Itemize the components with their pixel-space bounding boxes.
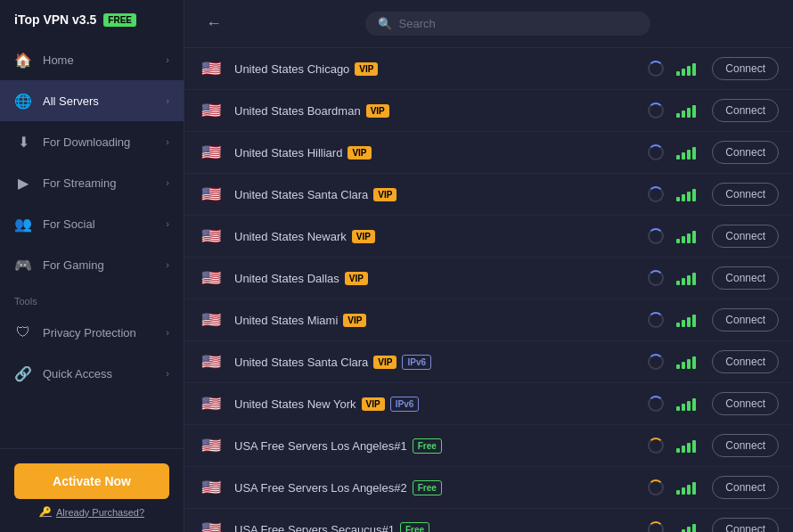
server-name: United States BoardmanVIP: [234, 104, 635, 118]
free-badge: FREE: [103, 13, 136, 27]
sidebar-item-for-gaming[interactable]: 🎮 For Gaming ›: [0, 244, 184, 285]
loading-spinner: [646, 143, 666, 162]
sidebar-item-home[interactable]: 🏠 Home ›: [0, 39, 184, 80]
server-row: 🇺🇸 United States New YorkVIPIPv6 Connect: [184, 383, 793, 425]
country-flag: 🇺🇸: [199, 437, 224, 454]
chevron-icon-for-gaming: ›: [166, 259, 169, 270]
loading-spinner: [646, 226, 666, 246]
activate-now-button[interactable]: Activate Now: [14, 463, 169, 499]
connect-button[interactable]: Connect: [712, 225, 779, 248]
country-flag: 🇺🇸: [199, 520, 224, 532]
server-list: 🇺🇸 United States ChicagoVIP Connect 🇺🇸 U…: [184, 48, 793, 532]
server-row: 🇺🇸 United States BoardmanVIP Connect: [184, 90, 793, 132]
server-row: 🇺🇸 USA Free Servers Los Angeles#2Free Co…: [184, 467, 793, 509]
server-row: 🇺🇸 United States Santa ClaraVIP Connect: [184, 174, 793, 216]
signal-bars: [676, 480, 701, 495]
for-gaming-icon: 🎮: [14, 256, 32, 274]
signal-bars: [676, 61, 701, 76]
country-flag: 🇺🇸: [199, 102, 224, 119]
connect-button[interactable]: Connect: [712, 476, 779, 499]
back-button[interactable]: ←: [199, 11, 229, 37]
connect-button[interactable]: Connect: [712, 392, 779, 415]
sidebar-label-for-gaming: For Gaming: [43, 258, 155, 272]
vip-tag: VIP: [352, 230, 375, 243]
chevron-icon-home: ›: [166, 54, 169, 65]
loading-spinner: [646, 436, 666, 455]
purchased-link-text: Already Purchased?: [56, 507, 144, 518]
loading-spinner: [646, 352, 666, 372]
signal-bars: [676, 145, 701, 160]
country-flag: 🇺🇸: [199, 185, 224, 203]
sidebar-item-all-servers[interactable]: 🌐 All Servers ›: [0, 80, 184, 121]
free-tag: Free: [400, 522, 429, 533]
app-title: iTop VPN v3.5: [14, 12, 96, 27]
sidebar-item-quick-access[interactable]: 🔗 Quick Access ›: [0, 353, 184, 394]
sidebar-bottom: Activate Now 🔑 Already Purchased?: [0, 448, 184, 532]
server-row: 🇺🇸 USA Free Servers Secaucus#1Free Conne…: [184, 509, 793, 532]
vip-tag: VIP: [347, 146, 371, 160]
purchased-link[interactable]: 🔑 Already Purchased?: [14, 506, 169, 518]
sidebar-item-for-social[interactable]: 👥 For Social ›: [0, 203, 184, 244]
sidebar-label-quick-access: Quick Access: [43, 367, 155, 381]
signal-bars: [676, 438, 701, 453]
all-servers-icon: 🌐: [14, 92, 32, 110]
chevron-icon-for-downloading: ›: [166, 136, 169, 147]
sidebar-item-for-streaming[interactable]: ▶ For Streaming ›: [0, 162, 184, 203]
signal-bars: [676, 355, 701, 369]
ipv6-tag: IPv6: [390, 397, 420, 412]
sidebar-item-for-downloading[interactable]: ⬇ For Downloading ›: [0, 121, 184, 162]
free-tag: Free: [413, 480, 442, 495]
chevron-icon-for-streaming: ›: [166, 177, 169, 188]
for-downloading-icon: ⬇: [14, 133, 32, 151]
server-name: USA Free Servers Los Angeles#2Free: [234, 480, 635, 495]
server-row: 🇺🇸 United States HilliardVIP Connect: [184, 132, 793, 174]
connect-button[interactable]: Connect: [712, 266, 779, 290]
signal-bars: [676, 313, 701, 327]
search-icon: 🔍: [378, 17, 392, 30]
sidebar-item-privacy-protection[interactable]: 🛡 Privacy Protection ›: [0, 312, 184, 353]
for-streaming-icon: ▶: [14, 174, 32, 192]
signal-bars: [676, 229, 701, 243]
connect-button[interactable]: Connect: [712, 141, 779, 164]
country-flag: 🇺🇸: [199, 353, 224, 371]
loading-spinner: [646, 478, 666, 497]
server-row: 🇺🇸 United States MiamiVIP Connect: [184, 299, 793, 341]
vip-tag: VIP: [362, 397, 385, 411]
server-row: 🇺🇸 United States DallasVIP Connect: [184, 258, 793, 299]
ipv6-tag: IPv6: [402, 355, 431, 370]
connect-button[interactable]: Connect: [712, 308, 779, 331]
sidebar: iTop VPN v3.5 FREE 🏠 Home › 🌐 All Server…: [0, 0, 184, 532]
signal-bars: [676, 103, 701, 118]
sidebar-nav: 🏠 Home › 🌐 All Servers › ⬇ For Downloadi…: [0, 39, 184, 448]
server-row: 🇺🇸 USA Free Servers Los Angeles#1Free Co…: [184, 425, 793, 467]
free-tag: Free: [413, 438, 442, 454]
connect-button[interactable]: Connect: [712, 518, 779, 532]
country-flag: 🇺🇸: [199, 143, 224, 161]
search-input[interactable]: [399, 17, 638, 30]
connect-button[interactable]: Connect: [712, 99, 779, 122]
server-name: United States MiamiVIP: [234, 314, 635, 327]
sidebar-label-for-social: For Social: [43, 217, 155, 231]
signal-bars: [676, 522, 701, 532]
loading-spinner: [646, 520, 666, 532]
server-name: United States New YorkVIPIPv6: [234, 397, 635, 412]
chevron-icon-all-servers: ›: [166, 95, 169, 106]
connect-button[interactable]: Connect: [712, 434, 779, 457]
home-icon: 🏠: [14, 51, 32, 69]
vip-tag: VIP: [366, 104, 389, 118]
key-icon: 🔑: [39, 506, 52, 518]
connect-button[interactable]: Connect: [712, 183, 779, 206]
vip-tag: VIP: [343, 314, 366, 327]
sidebar-label-home: Home: [43, 53, 155, 67]
server-name: United States Santa ClaraVIPIPv6: [234, 355, 635, 370]
loading-spinner: [646, 268, 666, 288]
connect-button[interactable]: Connect: [712, 350, 779, 373]
sidebar-label-privacy-protection: Privacy Protection: [43, 326, 155, 340]
sidebar-label-for-streaming: For Streaming: [43, 176, 155, 190]
connect-button[interactable]: Connect: [712, 57, 779, 80]
vip-tag: VIP: [355, 62, 378, 76]
tools-label: Tools: [0, 285, 184, 312]
sidebar-label-for-downloading: For Downloading: [43, 135, 155, 149]
main-content: ← 🔍 🇺🇸 United States ChicagoVIP Connect …: [184, 0, 793, 532]
for-social-icon: 👥: [14, 215, 32, 233]
